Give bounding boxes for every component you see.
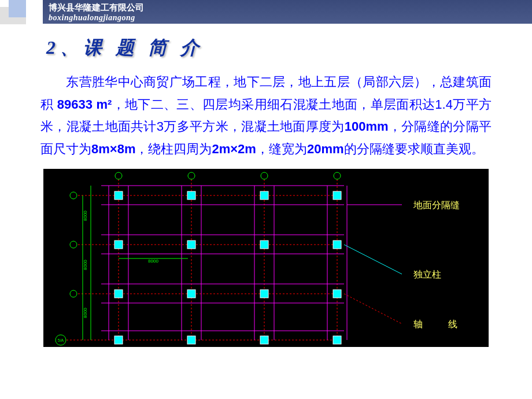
svg-point-25: [261, 172, 268, 179]
text-1b: ，地下二、三、四层均采用细石混凝土地面，单层面积达: [112, 97, 435, 112]
svg-rect-45: [187, 336, 195, 344]
svg-rect-40: [114, 290, 123, 298]
svg-rect-35: [333, 191, 341, 200]
content-paragraph: 东营胜华中心商贸广场工程，地下二层，地上五层（局部六层），总建筑面积 89633…: [0, 61, 532, 166]
svg-text:地面分隔缝: 地面分隔缝: [413, 200, 460, 210]
text-1c: ，混凝土地面共计: [53, 119, 156, 134]
svg-rect-39: [333, 241, 341, 249]
header-bar: 博兴县华隆建工有限公司 boxinghualongjiangong: [43, 0, 532, 24]
title-section: 2、课 题 简 介: [0, 35, 532, 61]
columns-group: [114, 191, 341, 344]
svg-point-24: [188, 172, 195, 179]
corner-blue-box: [9, 0, 26, 17]
svg-text:8000: 8000: [83, 308, 88, 318]
svg-text:线: 线: [448, 319, 457, 329]
svg-rect-38: [260, 241, 268, 249]
svg-rect-33: [187, 191, 195, 200]
text-1g: ，缝宽为: [256, 142, 307, 156]
text-1h: 的分隔缝要求顺直美观。: [344, 142, 484, 156]
svg-line-57: [344, 294, 402, 324]
svg-rect-42: [260, 290, 268, 298]
text-1f: ，绕柱四周为: [135, 142, 212, 156]
svg-rect-32: [114, 191, 123, 200]
floor-plan-diagram: 5/A 8000 8000 8: [43, 169, 489, 347]
svg-rect-36: [114, 241, 123, 249]
svg-rect-34: [260, 191, 268, 200]
svg-text:5/A: 5/A: [58, 338, 64, 342]
svg-rect-44: [114, 336, 123, 344]
text-area: 89633 m²: [57, 97, 112, 112]
company-name-cn: 博兴县华隆建工有限公司: [49, 2, 526, 13]
company-name-en: boxinghualongjiangong: [49, 13, 526, 23]
svg-point-28: [70, 241, 77, 248]
svg-text:独立柱: 独立柱: [413, 269, 441, 279]
svg-point-29: [70, 290, 77, 297]
svg-text:8000: 8000: [83, 210, 88, 221]
text-thickness: 100mm: [345, 119, 389, 134]
svg-line-56: [344, 245, 402, 274]
svg-text:8000: 8000: [83, 260, 88, 270]
text-1d: ，混凝土地面厚度为: [228, 119, 345, 134]
section-title: 2、课 题 简 介: [46, 35, 486, 61]
text-total-area: 3万多平方米: [157, 119, 228, 134]
corner-decoration: [0, 0, 43, 24]
svg-point-26: [334, 172, 341, 179]
text-grid-size: 8m×8m: [91, 142, 135, 156]
svg-text:轴: 轴: [413, 319, 423, 329]
text-seam-width: 20mm: [307, 142, 344, 156]
svg-rect-46: [260, 336, 268, 344]
svg-point-27: [70, 192, 77, 199]
svg-rect-37: [187, 241, 195, 249]
svg-rect-43: [333, 290, 341, 298]
diagram-container: 5/A 8000 8000 8: [43, 169, 489, 347]
svg-text:8000: 8000: [148, 258, 158, 264]
svg-rect-41: [187, 290, 195, 298]
svg-rect-47: [333, 336, 341, 344]
text-column-size: 2m×2m: [212, 142, 256, 156]
svg-point-23: [115, 172, 122, 179]
